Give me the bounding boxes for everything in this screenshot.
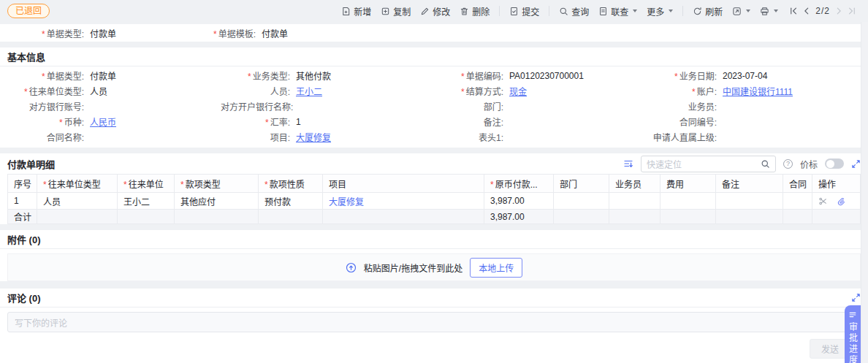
paperclip-icon[interactable] xyxy=(837,196,846,206)
field-label: *业务日期: xyxy=(647,69,717,82)
last-page-icon[interactable] xyxy=(848,7,856,15)
quick-locate-input[interactable]: 快速定位 xyxy=(641,156,776,172)
table-cell xyxy=(783,210,812,224)
field-label: 对方开户银行名称: xyxy=(221,100,293,112)
table-header-row: 序号 *往来单位类型 *往来单位 *款项类型 *款项性质 项目 *原币付款...… xyxy=(8,175,861,193)
table-cell: 其他应付 xyxy=(175,193,259,210)
col-expense: 费用 xyxy=(660,175,716,193)
table-cell xyxy=(37,210,118,224)
total-amount-cell: 3,987.00 xyxy=(484,210,554,224)
scissors-icon[interactable] xyxy=(818,196,828,206)
field-label: 人员: xyxy=(221,85,290,97)
project-link[interactable]: 大厦修复 xyxy=(296,131,331,143)
col-partner-type: *往来单位类型 xyxy=(37,175,118,193)
table-cell xyxy=(783,193,812,210)
scrollbar-track[interactable] xyxy=(861,22,868,363)
local-upload-button[interactable]: 本地上传 xyxy=(470,258,522,278)
section-title: 附件 (0) xyxy=(7,232,41,246)
field-value: 1 xyxy=(296,117,301,127)
field-label: 对方银行账号: xyxy=(7,100,84,112)
table-cell: 王小二 xyxy=(118,193,175,210)
approval-progress-tab[interactable]: 审批进度 xyxy=(845,305,861,363)
price-tag-toggle[interactable] xyxy=(825,158,844,169)
table-cell: 预付款 xyxy=(259,193,323,210)
upload-circle-icon xyxy=(346,262,357,273)
table-cell xyxy=(259,210,323,224)
dropzone-hint: 粘贴图片/拖拽文件到此处 xyxy=(364,261,462,274)
currency-link[interactable]: 人民币 xyxy=(90,115,116,128)
toolbar-divider xyxy=(549,6,549,16)
help-circle-icon[interactable]: ? xyxy=(783,159,793,169)
submit-button[interactable]: 提交 xyxy=(509,5,539,18)
section-title: 评论 (0) xyxy=(7,291,851,305)
field-label: *单据模板: xyxy=(213,27,256,39)
refresh-icon xyxy=(693,7,702,16)
attachment-dropzone[interactable]: 粘贴图片/拖拽文件到此处 本地上传 xyxy=(7,253,861,281)
col-amount: *原币付款... xyxy=(484,175,554,193)
delete-button[interactable]: 删除 xyxy=(460,5,490,18)
caret-down-icon xyxy=(669,9,673,12)
col-partner: *往来单位 xyxy=(118,175,175,193)
table-cell: 3,987.00 xyxy=(484,193,554,210)
refresh-button[interactable]: 刷新 xyxy=(693,5,723,18)
pagination: 2/2 xyxy=(789,6,856,16)
field-value: 人员 xyxy=(90,85,107,97)
submit-doc-icon xyxy=(509,7,519,16)
basic-info-grid: *单据类型:付款单 *业务类型:其他付款 *单据编码:PA01202307000… xyxy=(0,66,868,148)
toolbar-divider xyxy=(682,6,683,16)
table-cell xyxy=(660,210,716,224)
doc-type-strip: *单据类型: 付款单 *单据模板: 付款单 xyxy=(0,24,868,42)
edit-pencil-icon xyxy=(420,7,430,16)
new-doc-icon xyxy=(341,7,351,16)
field-label: *业务类型: xyxy=(221,69,290,82)
send-row: 发送 xyxy=(0,332,868,363)
total-row: 合计 3,987.00 xyxy=(8,210,861,224)
trash-icon xyxy=(460,7,469,16)
col-ops: 操作 xyxy=(812,175,861,193)
table-cell xyxy=(554,210,609,224)
person-link[interactable]: 王小二 xyxy=(296,85,322,97)
basic-info-section: 基本信息 *单据类型:付款单 *业务类型:其他付款 *单据编码:PA012023… xyxy=(0,47,868,148)
first-page-icon[interactable] xyxy=(789,7,798,15)
row-project-link[interactable]: 大厦修复 xyxy=(329,197,364,207)
field-value: 2023-07-04 xyxy=(723,71,767,81)
field-label: *单据类型: xyxy=(7,27,84,39)
col-seq: 序号 xyxy=(8,175,37,193)
page-indicator: 2/2 xyxy=(815,6,830,16)
comments-section: 评论 (0) 写下你的评论 发送 xyxy=(0,289,868,363)
account-link[interactable]: 中国建设银行1111 xyxy=(723,85,793,97)
copy-icon xyxy=(381,7,390,16)
comment-input[interactable]: 写下你的评论 xyxy=(7,312,861,332)
linked-query-button[interactable]: 联查 xyxy=(598,5,637,18)
field-value: 其他付款 xyxy=(296,69,331,82)
new-button[interactable]: 新增 xyxy=(341,5,371,18)
locate-settings-icon[interactable] xyxy=(623,158,633,169)
prev-page-icon[interactable] xyxy=(802,7,811,15)
edit-button[interactable]: 修改 xyxy=(420,5,450,18)
settlement-link[interactable]: 现金 xyxy=(509,85,527,97)
table-cell: 人员 xyxy=(37,193,118,210)
row-operations xyxy=(812,193,861,210)
search-icon[interactable] xyxy=(761,159,770,169)
expand-icon[interactable] xyxy=(851,293,861,302)
export-button[interactable] xyxy=(732,7,750,16)
linked-doc-icon xyxy=(598,7,608,16)
copy-button[interactable]: 复制 xyxy=(381,5,411,18)
table-cell xyxy=(609,193,660,210)
field-label: *单据编码: xyxy=(434,69,503,82)
expand-icon[interactable] xyxy=(851,159,861,169)
table-cell: 大厦修复 xyxy=(323,193,484,210)
more-button[interactable]: 更多 xyxy=(647,5,673,18)
caret-down-icon xyxy=(633,9,637,12)
comments-header: 评论 (0) xyxy=(0,289,868,307)
print-button[interactable] xyxy=(760,7,778,16)
query-button[interactable]: 查询 xyxy=(559,5,589,18)
next-page-icon[interactable] xyxy=(834,7,843,15)
section-title: 付款单明细 xyxy=(7,157,616,171)
col-project: 项目 xyxy=(323,175,484,193)
col-payment-nature: *款项性质 xyxy=(259,175,323,193)
section-title: 基本信息 xyxy=(7,50,45,64)
toolbar-divider xyxy=(499,6,500,16)
field-label: 合同名称: xyxy=(7,131,84,143)
field-label: *汇率: xyxy=(221,115,290,128)
